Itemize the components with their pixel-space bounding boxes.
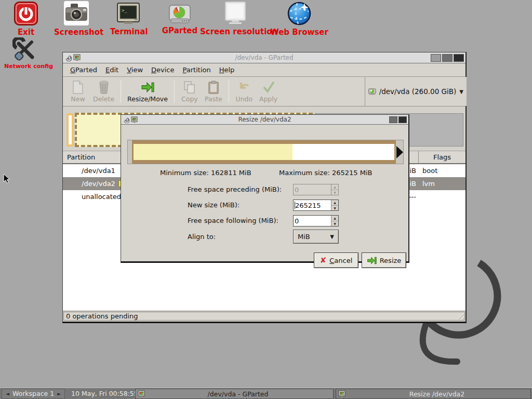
desktop-icon-gparted[interactable]: GParted — [161, 5, 198, 35]
menubar: GParted Edit View Device Partition Help — [63, 63, 466, 77]
field-free-space-preceding: Free space preceding (MiB): 0 ▲▼ — [121, 184, 408, 195]
free-space-following-spinbox[interactable]: 0 ▲▼ — [293, 215, 339, 227]
menu-partition[interactable]: Partition — [179, 64, 215, 75]
globe-icon — [287, 1, 312, 26]
spin-value: 0 — [294, 184, 331, 195]
svg-text:>_: >_ — [122, 8, 127, 13]
toolbar-separator — [229, 81, 229, 102]
cancel-button[interactable]: ✘ Cancel — [314, 252, 358, 268]
camera-icon — [63, 1, 89, 26]
desktop-icon-label: Web Browser — [270, 28, 328, 37]
partition-visual-vda1[interactable] — [66, 113, 74, 147]
menu-help[interactable]: Help — [215, 64, 239, 75]
spin-up-icon[interactable]: ▲ — [331, 200, 338, 206]
terminal-icon: >_ — [116, 3, 140, 25]
field-free-space-following: Free space following (MiB): 0 ▲▼ — [121, 215, 408, 227]
toolbar: New Delete Resize/Move Copy — [63, 77, 466, 107]
resize-grip[interactable] — [457, 312, 464, 320]
close-button[interactable] — [398, 116, 407, 123]
menu-gparted[interactable]: GParted — [66, 64, 101, 75]
maximize-button[interactable] — [442, 54, 453, 62]
desktop-icon-terminal[interactable]: >_ Terminal — [110, 3, 147, 36]
chevron-down-icon: ▼ — [459, 89, 463, 95]
desktop-icon-screenshot[interactable]: Screenshot — [54, 1, 99, 37]
cell-flags — [419, 190, 466, 203]
device-selector[interactable]: /dev/vda (260.00 GiB) ▼ — [365, 77, 467, 106]
minimum-size-label: Minimum size: 162811 MiB — [160, 169, 251, 177]
paste-icon — [208, 81, 219, 94]
wm-spiral-icon — [64, 54, 72, 61]
maximize-button[interactable] — [389, 116, 397, 123]
taskbar-task-gparted[interactable]: /dev/vda - GParted — [135, 389, 334, 399]
minimize-button[interactable] — [431, 54, 441, 62]
taskbar-task-resize-dialog[interactable]: Resize /dev/vda2 — [336, 389, 531, 399]
menu-device[interactable]: Device — [147, 64, 178, 75]
menu-view[interactable]: View — [123, 64, 147, 75]
desktop-icon-label: GParted — [161, 26, 198, 35]
window-title: /dev/vda - GParted — [63, 54, 466, 61]
desktop-icon-label: Exit — [10, 28, 42, 37]
partition-frame — [132, 140, 396, 164]
cell-flags: boot — [419, 164, 466, 177]
desktop-icon-label: Network config — [4, 63, 46, 70]
undo-icon — [238, 81, 250, 94]
spin-down-icon[interactable]: ▼ — [331, 221, 338, 227]
menu-edit[interactable]: Edit — [101, 64, 123, 75]
paste-button[interactable]: Paste — [202, 79, 225, 104]
free-space-preceding-spinbox[interactable]: 0 ▲▼ — [293, 184, 339, 195]
dialog-title: Resize /dev/vda2 — [121, 116, 408, 123]
gparted-drive-icon — [169, 5, 191, 24]
spin-down-icon[interactable]: ▼ — [331, 206, 338, 211]
gparted-app-icon — [338, 390, 345, 397]
mouse-cursor — [3, 174, 10, 184]
apply-check-icon — [262, 81, 275, 94]
new-button[interactable]: New — [66, 79, 90, 104]
dialog-body: Minimum size: 162811 MiB Maximum size: 2… — [121, 125, 408, 271]
spin-down-icon[interactable]: ▼ — [331, 190, 338, 195]
workspace-next-icon[interactable]: ► — [57, 391, 61, 396]
cell-flags: lvm — [419, 177, 466, 190]
new-partition-icon — [72, 81, 84, 94]
align-to-dropdown[interactable]: MiB ▼ — [293, 230, 339, 244]
titlebar[interactable]: /dev/vda - GParted — [63, 52, 466, 63]
desktop-icon-network-config[interactable]: Network config — [4, 37, 46, 70]
resize-dialog: Resize /dev/vda2 Minimum size: 16281 — [121, 114, 409, 263]
dialog-titlebar[interactable]: Resize /dev/vda2 — [121, 115, 408, 125]
spin-value: 0 — [294, 216, 331, 226]
desktop: Exit Screenshot >_ Terminal — [0, 0, 532, 399]
power-icon — [14, 2, 38, 26]
undo-button[interactable]: Undo — [232, 79, 256, 104]
resize-handle-arrow[interactable] — [396, 146, 403, 158]
spin-up-icon[interactable]: ▲ — [331, 216, 338, 221]
spin-up-icon[interactable]: ▲ — [331, 184, 338, 190]
left-cap — [128, 140, 132, 164]
gparted-app-icon — [73, 54, 81, 61]
desktop-icon-screen-resolution[interactable]: Screen resolution — [200, 2, 271, 36]
workspace-prev-icon[interactable]: ◄ — [6, 391, 9, 396]
resize-move-icon — [141, 81, 154, 94]
cancel-x-icon: ✘ — [320, 257, 327, 264]
minmax-row: Minimum size: 162811 MiB Maximum size: 2… — [121, 169, 408, 178]
gparted-app-icon — [138, 390, 145, 397]
button-label: Resize — [380, 257, 402, 264]
desktop-icon-web-browser[interactable]: Web Browser — [270, 1, 328, 37]
copy-button[interactable]: Copy — [178, 79, 202, 104]
desktop-icon-exit[interactable]: Exit — [10, 2, 42, 37]
resize-move-button[interactable]: Resize/Move — [124, 79, 171, 104]
column-header-flags[interactable]: Flags — [419, 151, 466, 164]
spin-value: 265215 — [295, 202, 321, 209]
apply-button[interactable]: Apply — [256, 79, 281, 104]
workspace-switcher[interactable]: ◄ Workspace 1 ► — [2, 389, 65, 399]
task-label: Resize /dev/vda2 — [345, 390, 528, 398]
dropdown-value: MiB — [294, 233, 326, 241]
resize-button[interactable]: Resize — [362, 252, 406, 268]
gparted-app-icon — [131, 116, 138, 123]
toolbar-separator — [121, 81, 121, 102]
workspace-label: Workspace 1 — [12, 390, 54, 397]
desktop-icon-label: Screen resolution — [200, 27, 271, 36]
close-button[interactable] — [454, 54, 464, 62]
desktop-icon-label: Screenshot — [54, 28, 99, 37]
resize-slider-widget[interactable] — [127, 140, 404, 164]
new-size-spinbox[interactable]: 265215 ▲▼ — [293, 200, 339, 211]
delete-button[interactable]: Delete — [90, 79, 117, 104]
